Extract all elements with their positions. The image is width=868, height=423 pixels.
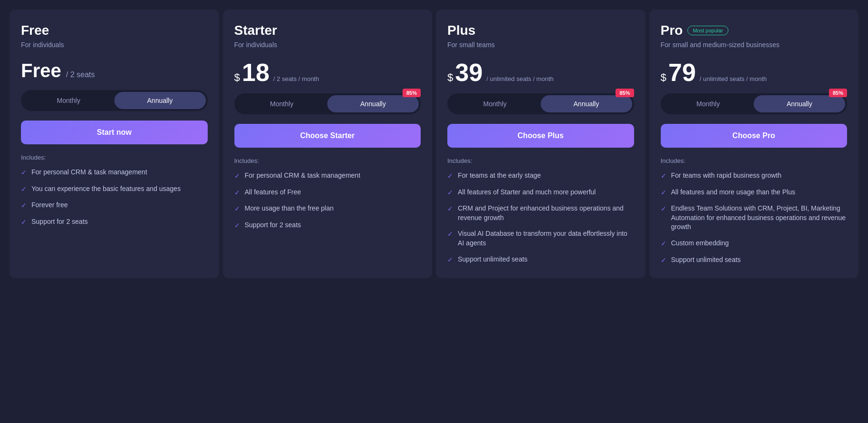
list-item: ✓Support for 2 seats: [21, 217, 208, 227]
feature-text-plus-2: CRM and Project for enhanced business op…: [458, 204, 634, 222]
price-row-starter: $18/ 2 seats / month: [234, 60, 421, 85]
feature-text-plus-1: All features of Starter and much more po…: [458, 188, 595, 197]
feature-list-free: ✓For personal CRM & task management✓You …: [21, 168, 208, 227]
plan-card-starter: StarterFor individuals$18/ 2 seats / mon…: [223, 10, 433, 278]
annually-toggle-pro[interactable]: Annually: [754, 95, 845, 112]
cta-button-free[interactable]: Start now: [21, 121, 208, 144]
plan-subtitle-free: For individuals: [21, 41, 208, 49]
price-amount-plus: 39: [455, 60, 483, 85]
annually-toggle-plus[interactable]: Annually: [541, 95, 632, 112]
check-icon: ✓: [661, 204, 666, 214]
monthly-toggle-plus[interactable]: Monthly: [449, 95, 541, 112]
price-free-free: Free: [21, 60, 61, 81]
list-item: ✓For teams with rapid business growth: [661, 171, 848, 181]
discount-badge-starter: 85%: [403, 89, 421, 97]
monthly-toggle-pro[interactable]: Monthly: [663, 95, 754, 112]
check-icon: ✓: [447, 204, 453, 214]
price-currency-pro: $: [661, 71, 666, 84]
includes-label-pro: Includes:: [661, 157, 848, 164]
feature-list-starter: ✓For personal CRM & task management✓All …: [234, 171, 421, 230]
list-item: ✓Custom embedding: [661, 239, 848, 249]
price-currency-starter: $: [234, 71, 240, 84]
list-item: ✓Endless Team Solutions with CRM, Projec…: [661, 204, 848, 232]
discount-badge-plus: 85%: [616, 89, 634, 97]
includes-label-free: Includes:: [21, 154, 208, 161]
plan-name-starter: Starter: [234, 23, 277, 38]
list-item: ✓Support for 2 seats: [234, 221, 421, 231]
feature-text-free-0: For personal CRM & task management: [31, 168, 147, 177]
feature-text-plus-4: Support unlimited seats: [458, 255, 527, 264]
list-item: ✓CRM and Project for enhanced business o…: [447, 204, 634, 222]
most-popular-badge: Most popular: [687, 26, 728, 35]
price-currency-plus: $: [447, 71, 453, 84]
feature-text-pro-2: Endless Team Solutions with CRM, Project…: [671, 204, 848, 232]
check-icon: ✓: [21, 201, 27, 211]
toggle-wrapper-pro: 85%MonthlyAnnually: [661, 93, 848, 114]
check-icon: ✓: [234, 171, 240, 181]
feature-text-plus-3: Visual AI Database to transform your dat…: [458, 229, 634, 248]
plan-name-row-free: Free: [21, 23, 208, 38]
pricing-grid: FreeFor individualsFree/ 2 seatsMonthlyA…: [10, 10, 858, 278]
annually-toggle-starter[interactable]: Annually: [327, 95, 419, 112]
price-detail-free: / 2 seats: [66, 70, 95, 79]
plan-card-pro: ProMost popularFor small and medium-size…: [649, 10, 859, 278]
price-row-free: Free/ 2 seats: [21, 60, 208, 81]
check-icon: ✓: [447, 188, 453, 198]
monthly-toggle-free[interactable]: Monthly: [23, 92, 114, 109]
list-item: ✓All features of Free: [234, 188, 421, 198]
check-icon: ✓: [661, 188, 666, 198]
feature-text-starter-3: Support for 2 seats: [245, 221, 301, 230]
check-icon: ✓: [661, 256, 666, 265]
check-icon: ✓: [21, 168, 27, 178]
list-item: ✓Support unlimited seats: [661, 255, 848, 265]
toggle-wrapper-plus: 85%MonthlyAnnually: [447, 93, 634, 114]
feature-text-starter-1: All features of Free: [245, 188, 301, 197]
price-detail-starter: / 2 seats / month: [273, 75, 319, 82]
feature-text-starter-2: More usage than the free plan: [245, 204, 334, 213]
plan-name-pro: Pro: [661, 23, 683, 38]
plan-name-free: Free: [21, 23, 49, 38]
feature-list-pro: ✓For teams with rapid business growth✓Al…: [661, 171, 848, 265]
plan-card-free: FreeFor individualsFree/ 2 seatsMonthlyA…: [10, 10, 219, 278]
price-amount-pro: 79: [668, 60, 696, 85]
toggle-wrapper-free: MonthlyAnnually: [21, 90, 208, 111]
check-icon: ✓: [447, 230, 453, 239]
monthly-toggle-starter[interactable]: Monthly: [236, 95, 328, 112]
check-icon: ✓: [661, 171, 666, 181]
price-detail-plus: / unlimited seats / month: [486, 75, 554, 82]
toggle-container-free: MonthlyAnnually: [21, 90, 208, 111]
plan-subtitle-pro: For small and medium-sized businesses: [661, 41, 848, 49]
check-icon: ✓: [234, 204, 240, 214]
cta-button-pro[interactable]: Choose Pro: [661, 124, 848, 148]
check-icon: ✓: [234, 221, 240, 231]
feature-text-pro-3: Custom embedding: [671, 239, 729, 248]
includes-label-plus: Includes:: [447, 157, 634, 164]
list-item: ✓You can experience the basic features a…: [21, 184, 208, 194]
check-icon: ✓: [447, 255, 453, 265]
list-item: ✓For personal CRM & task management: [234, 171, 421, 181]
check-icon: ✓: [234, 188, 240, 198]
cta-button-plus[interactable]: Choose Plus: [447, 124, 634, 148]
list-item: ✓Support unlimited seats: [447, 255, 634, 265]
check-icon: ✓: [21, 218, 27, 227]
plan-name-row-starter: Starter: [234, 23, 421, 38]
list-item: ✓More usage than the free plan: [234, 204, 421, 214]
feature-text-free-3: Support for 2 seats: [31, 217, 88, 227]
feature-text-pro-1: All features and more usage than the Plu…: [671, 188, 796, 197]
price-row-pro: $79/ unlimited seats / month: [661, 60, 848, 85]
list-item: ✓For teams at the early stage: [447, 171, 634, 181]
plan-name-row-pro: ProMost popular: [661, 23, 848, 38]
cta-button-starter[interactable]: Choose Starter: [234, 124, 421, 148]
annually-toggle-free[interactable]: Annually: [114, 92, 206, 109]
check-icon: ✓: [447, 171, 453, 181]
price-detail-pro: / unlimited seats / month: [700, 75, 767, 82]
check-icon: ✓: [661, 239, 666, 249]
plan-name-row-plus: Plus: [447, 23, 634, 38]
toggle-container-plus: MonthlyAnnually: [447, 93, 634, 114]
plan-subtitle-starter: For individuals: [234, 41, 421, 49]
discount-badge-pro: 85%: [829, 89, 847, 97]
feature-text-pro-0: For teams with rapid business growth: [671, 171, 782, 181]
list-item: ✓All features of Starter and much more p…: [447, 188, 634, 198]
plan-card-plus: PlusFor small teams$39/ unlimited seats …: [436, 10, 646, 278]
feature-text-free-1: You can experience the basic features an…: [31, 184, 181, 194]
